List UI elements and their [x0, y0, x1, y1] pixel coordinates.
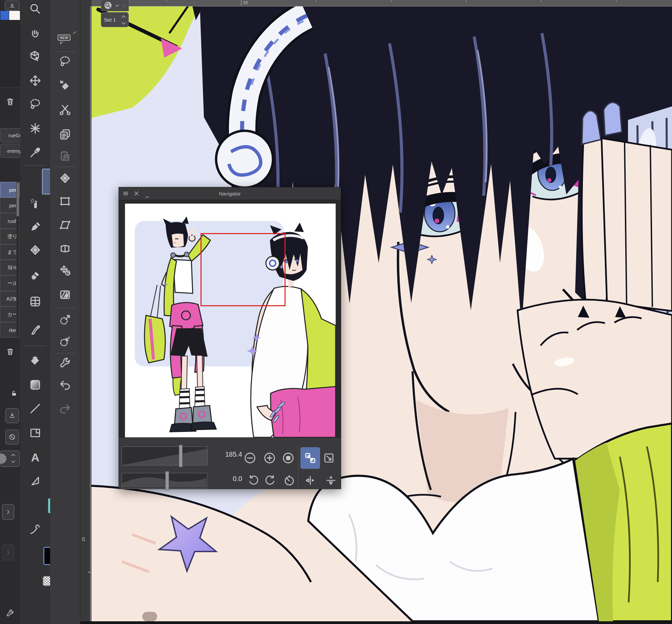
- paint-app-window: 10 10 rueGr eremy pen pen rush 塗り まで 채색: [0, 0, 672, 624]
- register-default-button[interactable]: [5, 408, 19, 423]
- tool-selection-remove[interactable]: [57, 333, 73, 350]
- tool-skew-transform[interactable]: [57, 217, 73, 233]
- tool-grid[interactable]: [27, 293, 43, 310]
- lock-icon[interactable]: [9, 388, 19, 398]
- tool-move[interactable]: [27, 72, 43, 89]
- zoom-100-button[interactable]: [281, 451, 295, 465]
- tool-layer-selection[interactable]: [57, 287, 73, 303]
- tool-seam[interactable]: [27, 522, 43, 538]
- tool-fill-bucket[interactable]: [57, 78, 73, 94]
- flip-vertical-button[interactable]: [324, 474, 338, 487]
- expand-panel-button-1[interactable]: [2, 504, 14, 520]
- tool-eyedropper[interactable]: [27, 144, 43, 161]
- zoom-in-button[interactable]: [263, 451, 276, 465]
- rotate-right-button[interactable]: [264, 474, 277, 487]
- lasso-arrow-in-icon: [59, 335, 71, 348]
- net-pattern-icon: [59, 172, 71, 185]
- subtool-set-stepper[interactable]: Set 1: [101, 12, 129, 27]
- minimize-icon[interactable]: [144, 192, 151, 199]
- history-swatch-primary[interactable]: [0, 11, 9, 20]
- hand-icon: [29, 27, 42, 40]
- tool-selection-add[interactable]: [57, 312, 73, 328]
- fit-to-screen-button[interactable]: [300, 447, 320, 469]
- tool-figure[interactable]: [27, 473, 43, 489]
- subtool-scrollbar[interactable]: [16, 182, 19, 337]
- close-icon[interactable]: [133, 190, 140, 197]
- navigator-thumbnail[interactable]: [125, 204, 336, 437]
- stepper-up-icon[interactable]: [120, 13, 127, 20]
- new-notice-badge[interactable]: NEW: [58, 35, 70, 41]
- tool-airbrush[interactable]: [27, 196, 43, 212]
- tool-operation[interactable]: [27, 48, 43, 64]
- tool-scale-transform[interactable]: [57, 193, 73, 209]
- tool-lasso[interactable]: [27, 96, 43, 112]
- tool-marker[interactable]: [27, 219, 43, 235]
- zoom-value: 185.4: [213, 451, 242, 458]
- tool-eraser[interactable]: [27, 267, 43, 283]
- reset-rotation-button[interactable]: [282, 474, 296, 487]
- undo-arrow-icon: [59, 379, 71, 392]
- rotation-slider[interactable]: [122, 473, 208, 488]
- tool-zoom[interactable]: [27, 1, 43, 17]
- zoom-out-button[interactable]: [243, 451, 257, 465]
- tool-frame[interactable]: [27, 425, 43, 441]
- store-download-button[interactable]: [5, 1, 20, 11]
- tool-gradient[interactable]: [27, 377, 43, 393]
- tool-cut[interactable]: [57, 102, 73, 118]
- brush-size-stepper[interactable]: [0, 451, 20, 467]
- tool-decoration[interactable]: [27, 242, 43, 258]
- move-time-icon: [59, 264, 71, 277]
- flip-horizontal-button[interactable]: [303, 474, 317, 487]
- collapse-left-icon[interactable]: [122, 3, 127, 8]
- tool-undo[interactable]: [57, 377, 73, 394]
- tool-paste[interactable]: [57, 148, 73, 164]
- current-subtool-button[interactable]: [101, 0, 129, 11]
- mesh-warp-icon: [59, 242, 71, 255]
- view-area-rect[interactable]: [201, 233, 286, 306]
- chevron-down-icon: [10, 458, 17, 465]
- rotation-slider-handle[interactable]: [165, 471, 169, 490]
- tool-calligraphy[interactable]: [27, 322, 43, 338]
- canvas-bottom-edge: [0, 621, 672, 624]
- zoom-slider[interactable]: [122, 446, 208, 465]
- copy-icon: [59, 128, 71, 141]
- tool-line[interactable]: [27, 400, 43, 417]
- delete-trash-icon[interactable]: [5, 96, 16, 107]
- expand-panel-button-2[interactable]: [2, 545, 14, 560]
- scissors-icon: [59, 103, 71, 116]
- tool-text[interactable]: A: [27, 449, 43, 465]
- history-swatch-secondary[interactable]: [9, 11, 20, 20]
- tool-mesh-transform[interactable]: [57, 241, 73, 257]
- tool-hand[interactable]: [27, 26, 43, 42]
- tool-selection-lasso[interactable]: [57, 54, 73, 70]
- stepper-down-icon[interactable]: [120, 20, 127, 27]
- tool-move-keyframe[interactable]: [57, 262, 73, 278]
- panel-menu-icon[interactable]: [122, 190, 129, 197]
- revert-default-button[interactable]: [5, 430, 19, 444]
- lasso-icon: [29, 98, 42, 111]
- hook-needle-icon: [29, 523, 42, 536]
- tool-redo[interactable]: [57, 401, 73, 417]
- diagonal-line-icon: [29, 402, 42, 415]
- panel-settings-wrench-icon[interactable]: [5, 608, 16, 619]
- download-tray-icon: [8, 412, 16, 419]
- brush-preset-jeremy[interactable]: eremy: [0, 144, 23, 158]
- tool-fill[interactable]: [27, 352, 43, 369]
- wrench-icon: [59, 357, 71, 370]
- toolbar-secondary: Set 1 NEW: [50, 0, 80, 624]
- redo-arrow-icon: [59, 403, 71, 416]
- fit-to-window-button[interactable]: [322, 451, 336, 465]
- chevron-down-icon[interactable]: [114, 3, 120, 8]
- tool-auto-select[interactable]: [27, 120, 43, 137]
- subtool-trash-icon[interactable]: [5, 346, 16, 357]
- rotate-left-button[interactable]: [247, 474, 260, 487]
- download-icon: [9, 2, 16, 9]
- tool-mesh[interactable]: [57, 170, 73, 186]
- navigator-titlebar[interactable]: Navigator: [119, 187, 341, 200]
- tool-settings[interactable]: [57, 356, 73, 372]
- marker-icon: [29, 221, 42, 233]
- brush-preset-truegrit[interactable]: rueGr: [0, 128, 23, 142]
- navigator-panel: Navigator: [119, 187, 341, 489]
- zoom-slider-handle[interactable]: [179, 445, 183, 467]
- tool-copy[interactable]: [57, 126, 73, 142]
